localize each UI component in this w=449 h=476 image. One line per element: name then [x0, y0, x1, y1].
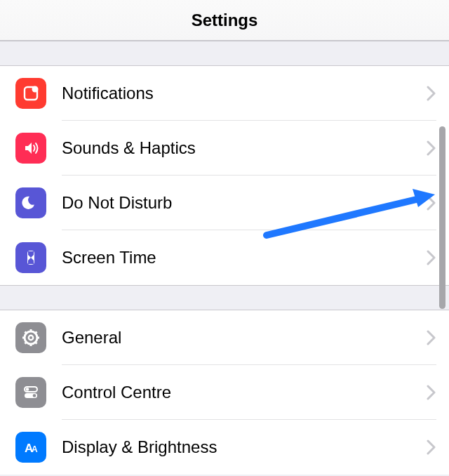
- row-notifications[interactable]: Notifications: [0, 66, 449, 121]
- svg-point-4: [29, 336, 33, 340]
- settings-group-1: Notifications Sounds & Haptics Do Not Di…: [0, 66, 449, 285]
- row-sounds-haptics[interactable]: Sounds & Haptics: [0, 121, 449, 176]
- chevron-right-icon: [427, 250, 436, 265]
- header: Settings: [0, 0, 449, 41]
- scrollbar[interactable]: [439, 126, 445, 309]
- notifications-icon: [15, 78, 46, 109]
- svg-line-11: [25, 342, 27, 344]
- svg-line-12: [35, 332, 37, 334]
- row-display-brightness[interactable]: AA Display & Brightness: [0, 420, 449, 475]
- row-label: Screen Time: [62, 248, 427, 267]
- text-size-icon: AA: [15, 432, 46, 463]
- switches-icon: [15, 377, 46, 408]
- svg-point-14: [26, 388, 29, 391]
- chevron-right-icon: [427, 330, 436, 345]
- speaker-icon: [15, 133, 46, 164]
- section-separator: [0, 285, 449, 310]
- row-label: General: [62, 328, 427, 348]
- chevron-right-icon: [427, 86, 436, 101]
- row-do-not-disturb[interactable]: Do Not Disturb: [0, 176, 449, 230]
- row-general[interactable]: General: [0, 310, 449, 365]
- moon-icon: [15, 187, 46, 218]
- chevron-right-icon: [427, 385, 436, 400]
- svg-line-10: [35, 342, 37, 344]
- gear-icon: [15, 322, 46, 353]
- row-screen-time[interactable]: Screen Time: [0, 230, 449, 285]
- settings-group-2: General Control Centre AA Display & Brig…: [0, 310, 449, 475]
- hourglass-icon: [15, 242, 46, 273]
- row-label: Display & Brightness: [62, 437, 427, 457]
- svg-point-1: [32, 86, 39, 93]
- chevron-right-icon: [427, 439, 436, 455]
- page-title: Settings: [192, 11, 258, 30]
- svg-text:A: A: [32, 444, 38, 454]
- section-separator: [0, 41, 449, 66]
- row-label: Do Not Disturb: [62, 193, 427, 213]
- row-label: Control Centre: [62, 383, 427, 402]
- svg-point-16: [33, 394, 36, 397]
- row-label: Sounds & Haptics: [62, 138, 427, 158]
- row-control-centre[interactable]: Control Centre: [0, 365, 449, 420]
- chevron-right-icon: [427, 140, 436, 156]
- svg-line-9: [25, 332, 27, 334]
- row-label: Notifications: [62, 84, 427, 103]
- chevron-right-icon: [427, 195, 436, 211]
